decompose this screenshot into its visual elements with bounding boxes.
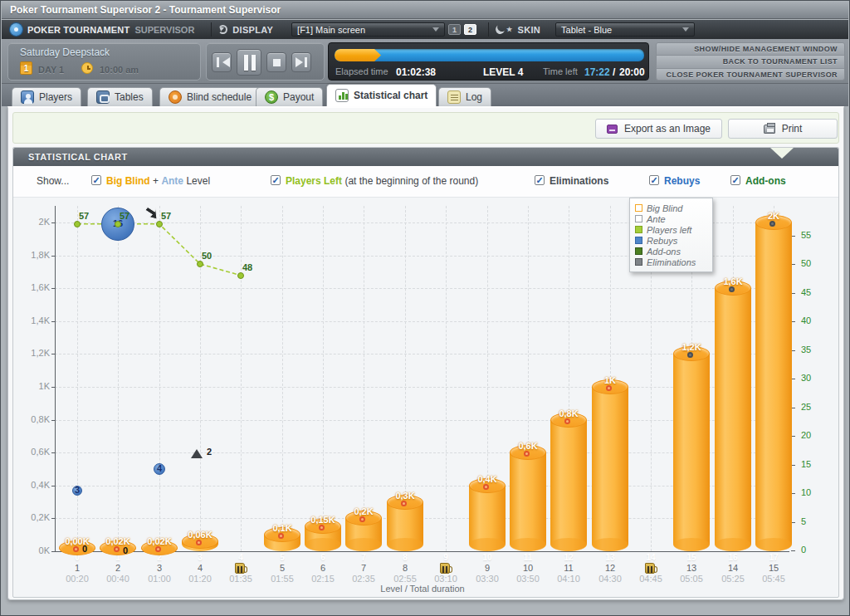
filter-big-blind-label: Big Blind + Ante Level: [106, 175, 210, 187]
chevron-down-icon: [682, 27, 689, 35]
management-button-2[interactable]: CLOSE POKER TOURNAMENT SUPERVISOR: [657, 69, 844, 81]
filter-players-left-label: Players Left (at the beginning of the ro…: [286, 175, 478, 187]
elapsed-time-value: 01:02:38: [396, 66, 436, 78]
tab-log[interactable]: Log: [438, 87, 491, 106]
stop-icon: [273, 59, 281, 66]
tournament-day: DAY 1: [38, 65, 64, 75]
legend-swatch: [635, 258, 642, 266]
management-buttons: SHOW/HIDE MANAGEMENT WINDOWBACK TO TOURN…: [656, 42, 845, 81]
stop-button[interactable]: [266, 52, 286, 72]
mouse-cursor: [142, 203, 160, 222]
print-button[interactable]: Print: [728, 119, 838, 139]
skin-dropdown[interactable]: Tablet - Blue: [555, 22, 695, 37]
display-icon: [218, 25, 227, 34]
action-strip: Export as an Image Print: [12, 112, 839, 144]
legend-swatch: [635, 204, 642, 212]
skin-value: Tablet - Blue: [561, 25, 612, 35]
tab-label: Payout: [283, 91, 314, 103]
display-screen-dropdown[interactable]: [F1] Main screen: [291, 22, 445, 37]
management-button-1[interactable]: BACK TO TOURNAMENT LIST: [657, 56, 844, 68]
legend-item: Add-ons: [635, 246, 707, 257]
statistical-chart-section: STATISTICAL CHART Show... ✓ Big Blind + …: [12, 147, 839, 598]
next-level-button[interactable]: [291, 52, 311, 72]
tab-statistical-chart[interactable]: Statistical chart: [326, 84, 437, 106]
gear-icon: [10, 23, 22, 36]
level-value: LEVEL 4: [483, 66, 523, 78]
filter-addons-label: Add-ons: [745, 175, 786, 187]
tab-payout[interactable]: $Payout: [256, 87, 323, 106]
display-label: DISPLAY: [218, 25, 273, 35]
level-duration-value: 20:00: [619, 66, 645, 78]
control-row: Saturday Deepstack 1 DAY 1 10:00 am Elap…: [2, 39, 848, 84]
time-separator: /: [613, 66, 615, 78]
app-window: Poker Tournament Supervisor 2 - Tourname…: [0, 0, 850, 616]
tables-icon: [96, 90, 110, 104]
legend-item: Big Blind: [635, 203, 707, 213]
tab-label: Blind schedule: [187, 91, 252, 103]
tab-strip: PlayersTablesBlind schedule$PayoutStatis…: [2, 84, 848, 106]
window-titlebar: Poker Tournament Supervisor 2 - Tourname…: [2, 2, 848, 19]
tournament-start-time: 10:00 am: [100, 65, 139, 75]
legend-swatch: [635, 215, 642, 222]
chart-filter-row: Show... ✓ Big Blind + Ante Level ✓ Playe…: [13, 166, 838, 198]
players-left-checkbox[interactable]: ✓: [271, 175, 281, 185]
tab-players[interactable]: Players: [12, 87, 81, 106]
tab-label: Players: [39, 91, 72, 103]
big-blind-checkbox[interactable]: ✓: [91, 175, 101, 185]
log-icon: [447, 90, 461, 104]
legend-item: Eliminations: [635, 257, 707, 267]
management-button-0[interactable]: SHOW/HIDE MANAGEMENT WINDOW: [657, 43, 844, 56]
calendar-icon: 1: [20, 61, 32, 75]
legend-swatch: [635, 237, 642, 244]
skin-label: ★ SKIN: [496, 25, 540, 35]
clock-icon: [81, 62, 93, 74]
show-label: Show...: [37, 175, 69, 187]
players-icon: [21, 90, 34, 104]
time-left-value: 17:22: [584, 66, 610, 78]
stat-chart-icon: [335, 89, 349, 102]
screen-2-button[interactable]: 2: [464, 24, 476, 35]
printer-icon: [764, 125, 775, 134]
legend-label: Big Blind: [647, 203, 682, 213]
main-toolbar: POKER TOURNAMENT SUPERVISOR DISPLAY [F1]…: [2, 20, 848, 39]
legend-item: Rebuys: [635, 235, 707, 246]
previous-level-button[interactable]: [212, 52, 232, 72]
eliminations-checkbox[interactable]: ✓: [535, 175, 545, 185]
tournament-name: Saturday Deepstack: [20, 46, 110, 58]
legend-label: Eliminations: [647, 257, 696, 267]
chart-section-header: STATISTICAL CHART: [13, 148, 838, 166]
chart-legend[interactable]: Big BlindAntePlayers leftRebuysAdd-onsEl…: [629, 198, 713, 272]
legend-label: Players left: [647, 225, 691, 235]
tab-label: Log: [466, 91, 482, 103]
app-brand: POKER TOURNAMENT SUPERVISOR: [2, 23, 194, 36]
legend-label: Rebuys: [647, 236, 677, 246]
time-left-label: Time left: [543, 66, 578, 76]
screen-1-button[interactable]: 1: [448, 24, 461, 35]
tournament-info-panel: Saturday Deepstack 1 DAY 1 10:00 am: [7, 42, 201, 81]
legend-item: Players left: [635, 224, 707, 235]
pause-button[interactable]: [237, 49, 261, 76]
content-panel: Export as an Image Print STATISTICAL CHA…: [7, 106, 844, 600]
brand-sub: SUPERVISOR: [134, 25, 194, 35]
timer-panel: Elapsed time 01:02:38 LEVEL 4 Time left …: [328, 42, 649, 81]
elapsed-time-label: Elapsed time: [335, 66, 388, 76]
playback-panel: [206, 42, 325, 81]
tab-blind-schedule[interactable]: Blind schedule: [159, 87, 261, 106]
export-image-button[interactable]: Export as an Image: [595, 119, 722, 139]
tab-tables[interactable]: Tables: [87, 87, 153, 106]
legend-swatch: [635, 226, 642, 233]
addons-checkbox[interactable]: ✓: [730, 175, 740, 185]
chevron-down-icon: [432, 27, 439, 35]
legend-item: Ante: [635, 213, 707, 224]
display-screen-value: [F1] Main screen: [297, 25, 365, 35]
filter-rebuys-label: Rebuys: [664, 175, 700, 187]
rebuys-checkbox[interactable]: ✓: [649, 175, 659, 185]
tab-label: Statistical chart: [354, 90, 427, 101]
filter-eliminations-label: Eliminations: [550, 175, 608, 187]
window-title: Poker Tournament Supervisor 2 - Tourname…: [10, 4, 281, 16]
tab-label: Tables: [115, 91, 144, 103]
legend-label: Add-ons: [647, 247, 681, 257]
level-progress-elapsed: [335, 49, 381, 61]
moon-star-icon: [495, 23, 506, 35]
blind-schedule-icon: [169, 90, 182, 104]
